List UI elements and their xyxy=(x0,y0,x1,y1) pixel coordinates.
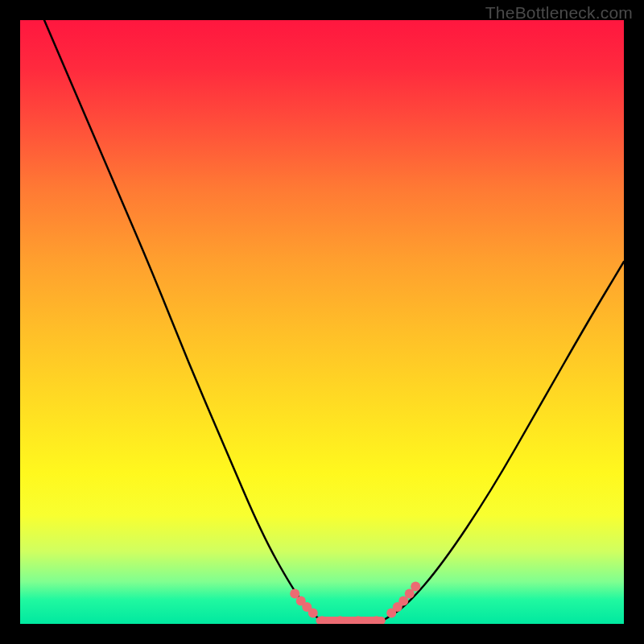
svg-point-6 xyxy=(336,616,345,624)
svg-point-13 xyxy=(411,582,420,592)
svg-point-11 xyxy=(398,597,408,606)
chart-svg xyxy=(20,20,624,624)
svg-point-1 xyxy=(290,589,299,599)
chart-markers xyxy=(290,582,420,625)
svg-point-9 xyxy=(386,609,396,618)
svg-point-7 xyxy=(353,616,363,624)
svg-point-4 xyxy=(308,609,318,618)
svg-rect-0 xyxy=(316,617,386,624)
svg-point-12 xyxy=(405,589,415,599)
svg-point-3 xyxy=(302,602,312,612)
chart-bottom-band xyxy=(316,617,386,624)
svg-point-8 xyxy=(372,616,382,624)
svg-point-10 xyxy=(393,602,402,612)
svg-point-5 xyxy=(317,616,327,624)
svg-point-2 xyxy=(296,597,306,606)
chart-plot-area xyxy=(20,20,624,624)
chart-curves xyxy=(44,20,624,621)
